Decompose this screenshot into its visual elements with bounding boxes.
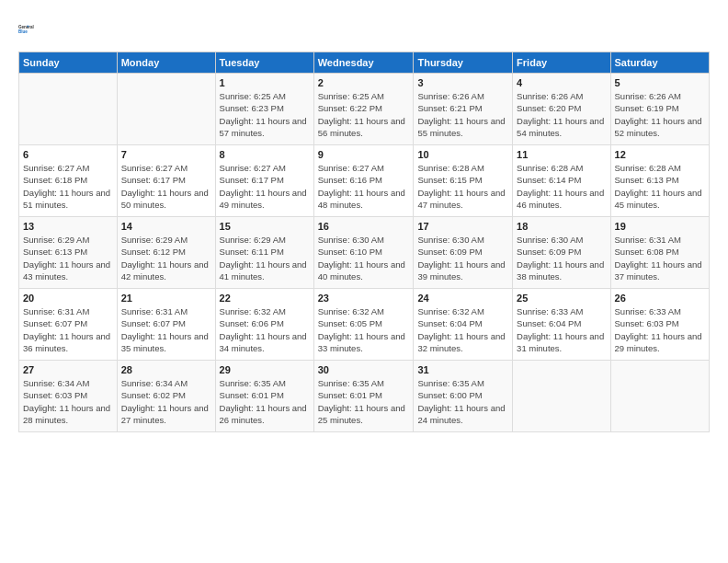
day-number: 14 (121, 221, 211, 232)
day-number: 20 (23, 293, 113, 304)
day-info: Sunrise: 6:28 AM Sunset: 6:13 PM Dayligh… (615, 162, 705, 211)
calendar-cell: 31Sunrise: 6:35 AM Sunset: 6:00 PM Dayli… (414, 361, 513, 432)
day-info: Sunrise: 6:30 AM Sunset: 6:09 PM Dayligh… (517, 234, 606, 282)
calendar-cell: 27Sunrise: 6:34 AM Sunset: 6:03 PM Dayli… (19, 361, 118, 432)
page: General Blue SundayMondayTuesdayWednesda… (0, 0, 728, 442)
calendar-cell: 29Sunrise: 6:35 AM Sunset: 6:01 PM Dayli… (215, 361, 313, 432)
calendar-cell: 24Sunrise: 6:32 AM Sunset: 6:04 PM Dayli… (414, 289, 513, 361)
day-number: 25 (517, 293, 606, 304)
day-info: Sunrise: 6:33 AM Sunset: 6:04 PM Dayligh… (517, 305, 606, 354)
day-number: 16 (318, 221, 410, 232)
day-info: Sunrise: 6:26 AM Sunset: 6:19 PM Dayligh… (615, 90, 705, 139)
day-info: Sunrise: 6:27 AM Sunset: 6:17 PM Dayligh… (220, 162, 310, 211)
week-row-0: 1Sunrise: 6:25 AM Sunset: 6:23 PM Daylig… (19, 74, 710, 145)
week-row-2: 13Sunrise: 6:29 AM Sunset: 6:13 PM Dayli… (19, 217, 710, 289)
calendar-cell (19, 74, 118, 145)
calendar-cell: 18Sunrise: 6:30 AM Sunset: 6:09 PM Dayli… (513, 217, 610, 289)
day-number: 3 (417, 77, 508, 88)
day-info: Sunrise: 6:31 AM Sunset: 6:07 PM Dayligh… (121, 305, 211, 354)
day-info: Sunrise: 6:31 AM Sunset: 6:07 PM Dayligh… (23, 305, 113, 354)
day-number: 31 (417, 364, 508, 375)
day-number: 1 (220, 77, 310, 88)
day-number: 19 (615, 221, 705, 232)
calendar-cell: 3Sunrise: 6:26 AM Sunset: 6:21 PM Daylig… (414, 74, 513, 145)
calendar-cell (117, 74, 215, 145)
calendar-cell: 21Sunrise: 6:31 AM Sunset: 6:07 PM Dayli… (117, 289, 215, 361)
calendar-cell: 11Sunrise: 6:28 AM Sunset: 6:14 PM Dayli… (513, 145, 610, 217)
day-info: Sunrise: 6:30 AM Sunset: 6:09 PM Dayligh… (417, 234, 508, 282)
day-info: Sunrise: 6:27 AM Sunset: 6:17 PM Dayligh… (121, 162, 211, 211)
day-number: 27 (23, 364, 113, 375)
calendar-cell: 8Sunrise: 6:27 AM Sunset: 6:17 PM Daylig… (215, 145, 313, 217)
calendar-cell: 13Sunrise: 6:29 AM Sunset: 6:13 PM Dayli… (19, 217, 118, 289)
day-info: Sunrise: 6:28 AM Sunset: 6:14 PM Dayligh… (517, 162, 606, 211)
calendar-cell: 10Sunrise: 6:28 AM Sunset: 6:15 PM Dayli… (414, 145, 513, 217)
day-number: 2 (318, 77, 410, 88)
day-number: 6 (23, 149, 113, 160)
day-number: 24 (417, 293, 508, 304)
day-info: Sunrise: 6:30 AM Sunset: 6:10 PM Dayligh… (318, 234, 410, 282)
header-saturday: Saturday (610, 52, 709, 74)
week-row-4: 27Sunrise: 6:34 AM Sunset: 6:03 PM Dayli… (19, 361, 710, 432)
calendar-cell: 16Sunrise: 6:30 AM Sunset: 6:10 PM Dayli… (313, 217, 414, 289)
calendar-cell: 9Sunrise: 6:27 AM Sunset: 6:16 PM Daylig… (313, 145, 414, 217)
header: General Blue (18, 17, 710, 42)
day-info: Sunrise: 6:27 AM Sunset: 6:16 PM Dayligh… (318, 162, 410, 211)
calendar-cell: 6Sunrise: 6:27 AM Sunset: 6:18 PM Daylig… (19, 145, 118, 217)
calendar-cell: 4Sunrise: 6:26 AM Sunset: 6:20 PM Daylig… (513, 74, 610, 145)
calendar-cell: 20Sunrise: 6:31 AM Sunset: 6:07 PM Dayli… (19, 289, 118, 361)
day-number: 28 (121, 364, 211, 375)
calendar-cell: 25Sunrise: 6:33 AM Sunset: 6:04 PM Dayli… (513, 289, 610, 361)
day-number: 29 (220, 364, 310, 375)
day-number: 10 (417, 149, 508, 160)
calendar-cell (513, 361, 610, 432)
calendar-cell: 15Sunrise: 6:29 AM Sunset: 6:11 PM Dayli… (215, 217, 313, 289)
day-info: Sunrise: 6:29 AM Sunset: 6:13 PM Dayligh… (23, 234, 113, 282)
day-number: 21 (121, 293, 211, 304)
day-number: 26 (615, 293, 705, 304)
day-number: 13 (23, 221, 113, 232)
day-number: 22 (220, 293, 310, 304)
calendar-cell: 26Sunrise: 6:33 AM Sunset: 6:03 PM Dayli… (610, 289, 709, 361)
day-number: 8 (220, 149, 310, 160)
header-wednesday: Wednesday (313, 52, 414, 74)
header-tuesday: Tuesday (215, 52, 313, 74)
day-info: Sunrise: 6:26 AM Sunset: 6:20 PM Dayligh… (517, 90, 606, 139)
week-row-3: 20Sunrise: 6:31 AM Sunset: 6:07 PM Dayli… (19, 289, 710, 361)
day-number: 18 (517, 221, 606, 232)
calendar-cell: 30Sunrise: 6:35 AM Sunset: 6:01 PM Dayli… (313, 361, 414, 432)
day-info: Sunrise: 6:35 AM Sunset: 6:00 PM Dayligh… (417, 377, 508, 426)
day-number: 12 (615, 149, 705, 160)
calendar-cell (610, 361, 709, 432)
logo-icon: General Blue (18, 17, 44, 42)
day-info: Sunrise: 6:33 AM Sunset: 6:03 PM Dayligh… (615, 305, 705, 354)
calendar-cell: 1Sunrise: 6:25 AM Sunset: 6:23 PM Daylig… (215, 74, 313, 145)
day-info: Sunrise: 6:34 AM Sunset: 6:03 PM Dayligh… (23, 377, 113, 426)
calendar-cell: 5Sunrise: 6:26 AM Sunset: 6:19 PM Daylig… (610, 74, 709, 145)
calendar-cell: 12Sunrise: 6:28 AM Sunset: 6:13 PM Dayli… (610, 145, 709, 217)
header-friday: Friday (513, 52, 610, 74)
day-number: 11 (517, 149, 606, 160)
day-number: 5 (615, 77, 705, 88)
day-number: 7 (121, 149, 211, 160)
day-info: Sunrise: 6:25 AM Sunset: 6:23 PM Dayligh… (220, 90, 310, 139)
day-info: Sunrise: 6:31 AM Sunset: 6:08 PM Dayligh… (615, 234, 705, 282)
calendar-cell: 7Sunrise: 6:27 AM Sunset: 6:17 PM Daylig… (117, 145, 215, 217)
day-info: Sunrise: 6:28 AM Sunset: 6:15 PM Dayligh… (417, 162, 508, 211)
calendar-header-row: SundayMondayTuesdayWednesdayThursdayFrid… (19, 52, 710, 74)
day-number: 17 (417, 221, 508, 232)
day-info: Sunrise: 6:35 AM Sunset: 6:01 PM Dayligh… (318, 377, 410, 426)
calendar-cell: 19Sunrise: 6:31 AM Sunset: 6:08 PM Dayli… (610, 217, 709, 289)
calendar-cell: 2Sunrise: 6:25 AM Sunset: 6:22 PM Daylig… (313, 74, 414, 145)
calendar-cell: 22Sunrise: 6:32 AM Sunset: 6:06 PM Dayli… (215, 289, 313, 361)
day-info: Sunrise: 6:32 AM Sunset: 6:06 PM Dayligh… (220, 305, 310, 354)
day-info: Sunrise: 6:26 AM Sunset: 6:21 PM Dayligh… (417, 90, 508, 139)
header-monday: Monday (117, 52, 215, 74)
day-info: Sunrise: 6:32 AM Sunset: 6:05 PM Dayligh… (318, 305, 410, 354)
header-sunday: Sunday (19, 52, 118, 74)
day-info: Sunrise: 6:32 AM Sunset: 6:04 PM Dayligh… (417, 305, 508, 354)
day-number: 15 (220, 221, 310, 232)
svg-text:Blue: Blue (18, 29, 28, 34)
day-info: Sunrise: 6:25 AM Sunset: 6:22 PM Dayligh… (318, 90, 410, 139)
day-info: Sunrise: 6:29 AM Sunset: 6:11 PM Dayligh… (220, 234, 310, 282)
